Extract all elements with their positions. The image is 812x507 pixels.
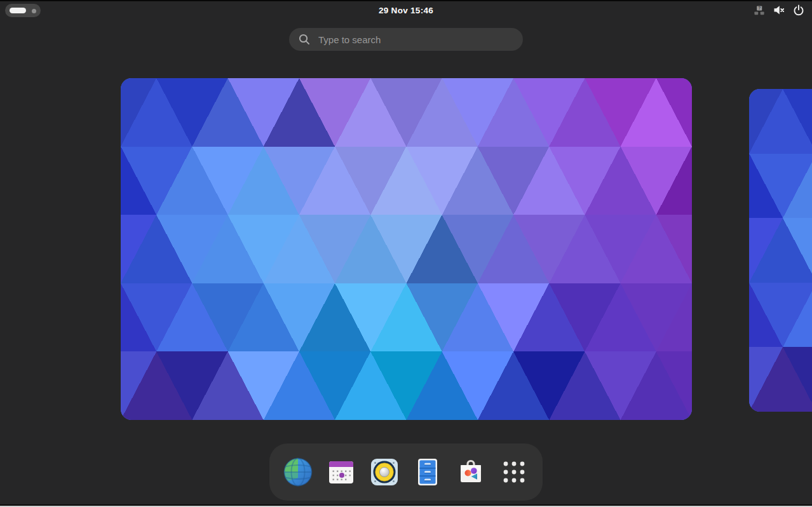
power-icon[interactable] (793, 4, 804, 16)
workspace-indicator[interactable] (5, 4, 41, 17)
gnome-activities-overview: 29 Nov 15:46 ? (0, 0, 812, 507)
volume-muted-icon[interactable] (773, 4, 785, 16)
dash-app-calendar[interactable] (326, 457, 356, 487)
search-icon (298, 33, 311, 46)
inactive-workspace-dot (32, 9, 36, 13)
screen-top-edge (0, 0, 812, 1)
search-bar[interactable] (289, 28, 523, 51)
search-input[interactable] (317, 34, 514, 46)
system-status-area: ? (754, 4, 812, 16)
calendar-icon (326, 457, 356, 487)
dash (269, 443, 543, 501)
wallpaper-triangles (749, 89, 812, 412)
dash-app-web[interactable] (283, 457, 313, 487)
workspace-preview-current[interactable] (121, 78, 692, 420)
software-store-bag-icon (456, 457, 486, 487)
web-browser-globe-icon (283, 457, 313, 487)
active-workspace-pill (10, 8, 26, 13)
wallpaper-triangles (121, 78, 692, 420)
dash-app-software[interactable] (456, 457, 486, 487)
top-bar: 29 Nov 15:46 ? (0, 1, 812, 19)
network-unknown-icon[interactable]: ? (754, 4, 765, 16)
svg-text:?: ? (758, 6, 761, 11)
app-grid-icon (499, 457, 529, 487)
dash-app-music[interactable] (369, 457, 400, 487)
workspace-preview-next[interactable] (749, 89, 812, 412)
show-apps-button[interactable] (499, 457, 529, 487)
dash-app-files[interactable] (412, 457, 443, 487)
files-cabinet-icon (412, 457, 443, 487)
music-speaker-icon (369, 457, 400, 487)
clock-menu-button[interactable]: 29 Nov 15:46 (372, 3, 440, 18)
